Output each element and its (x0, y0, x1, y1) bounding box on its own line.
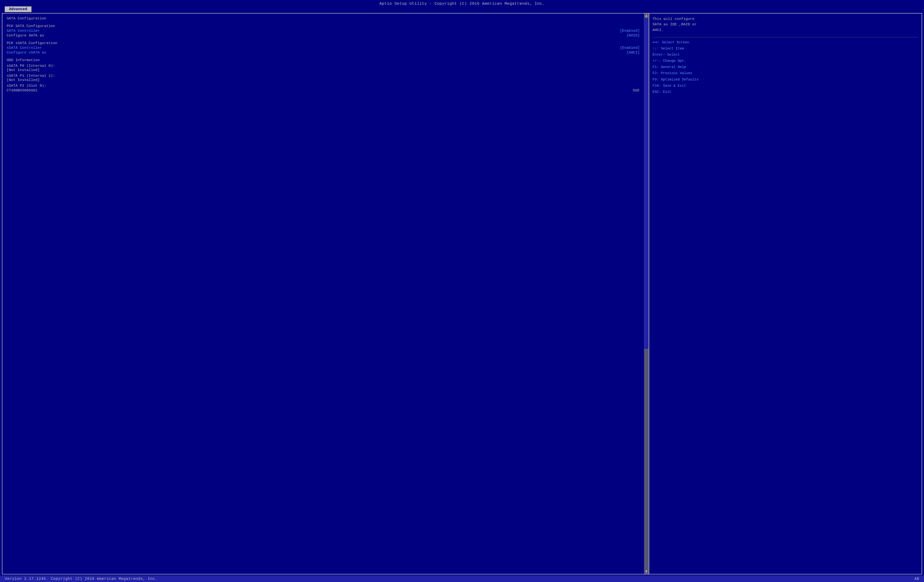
help-f1-general: F1: General Help (653, 64, 918, 69)
scrollbar[interactable]: ▲ ▼ (644, 13, 649, 574)
help-select-item: ↑↓: Select Item (653, 46, 918, 51)
ssata-p1-block: sSATA P1 (Internal 1): [Not Installed] (7, 74, 645, 82)
configure-sata-row[interactable]: Configure SATA as [RAID] (7, 33, 645, 38)
configure-ssata-row[interactable]: Configure sSATA as [AHCI] (7, 50, 645, 55)
sata-controller-row[interactable]: SATA Controller [Enabled] (7, 29, 645, 33)
footer-text: Version 2.17.1245. Copyright (C) 2016 Am… (5, 577, 157, 581)
sata-controller-value: [Enabled] (620, 29, 640, 33)
tab-bar: Advanced (0, 7, 924, 12)
ssata-p2-device: CT480BX500SSD1 (7, 88, 37, 93)
ssata-p2-value-row: CT480BX500SSD1 SSD (7, 88, 645, 93)
main-content: SATA Configuration PCH SATA Configuratio… (0, 12, 924, 575)
hdd-info-header: HDD Information (7, 58, 645, 62)
ssata-controller-label: sSATA Controller (7, 46, 42, 50)
configure-ssata-label: Configure sSATA as (7, 50, 46, 55)
help-f9-optimized: F9: Optimized Defaults (653, 77, 918, 82)
right-panel: This will configureSATA as IDE ,RAID orA… (649, 13, 922, 574)
ssata-controller-row[interactable]: sSATA Controller [Enabled] (7, 46, 645, 50)
pch-ssata-header: PCH sSATA Configuration (7, 41, 645, 45)
pch-sata-header: PCH SATA Configuration (7, 24, 645, 28)
configure-sata-label: Configure SATA as (7, 33, 44, 38)
left-panel: SATA Configuration PCH SATA Configuratio… (2, 13, 649, 574)
ssata-p2-type: SSD (633, 88, 639, 93)
ab-label: AB (914, 577, 919, 581)
title-bar: Aptio Setup Utility - Copyright (C) 2016… (0, 0, 924, 7)
scroll-track (644, 18, 648, 569)
help-change-opt: +/-: Change Opt. (653, 58, 918, 63)
scroll-thumb (644, 18, 648, 349)
help-esc-exit: ESC: Exit (653, 89, 918, 94)
ssata-p0-value: [Not Installed] (7, 68, 645, 72)
ssata-p0-port: sSATA P0 (Internal 0): (7, 64, 645, 68)
scroll-down-arrow[interactable]: ▼ (644, 569, 649, 574)
ssata-p2-port: sSATA P2 (Slot 0): (7, 84, 645, 88)
help-f10-save: F10: Save & Exit (653, 83, 918, 88)
help-f2-previous: F2: Previous Values (653, 71, 918, 76)
sata-controller-label: SATA Controller (7, 29, 40, 33)
help-select-screen: ⟺: Select Screen (653, 40, 918, 45)
sata-config-header: SATA Configuration (7, 17, 645, 21)
right-info-text: This will configureSATA as IDE ,RAID orA… (653, 17, 918, 33)
ssata-p1-port: sSATA P1 (Internal 1): (7, 74, 645, 78)
title-text: Aptio Setup Utility - Copyright (C) 2016… (380, 2, 544, 6)
ssata-p0-block: sSATA P0 (Internal 0): [Not Installed] (7, 64, 645, 72)
tab-advanced[interactable]: Advanced (5, 7, 31, 12)
configure-sata-value: [RAID] (627, 33, 640, 38)
configure-ssata-value: [AHCI] (627, 50, 640, 55)
ssata-p1-value: [Not Installed] (7, 78, 645, 82)
scroll-up-arrow[interactable]: ▲ (644, 13, 649, 18)
footer-bar: Version 2.17.1245. Copyright (C) 2016 Am… (0, 575, 924, 582)
ssata-p2-block: sSATA P2 (Slot 0): CT480BX500SSD1 SSD (7, 84, 645, 93)
help-enter-select: Enter: Select (653, 52, 918, 57)
ssata-controller-value: [Enabled] (620, 46, 640, 50)
